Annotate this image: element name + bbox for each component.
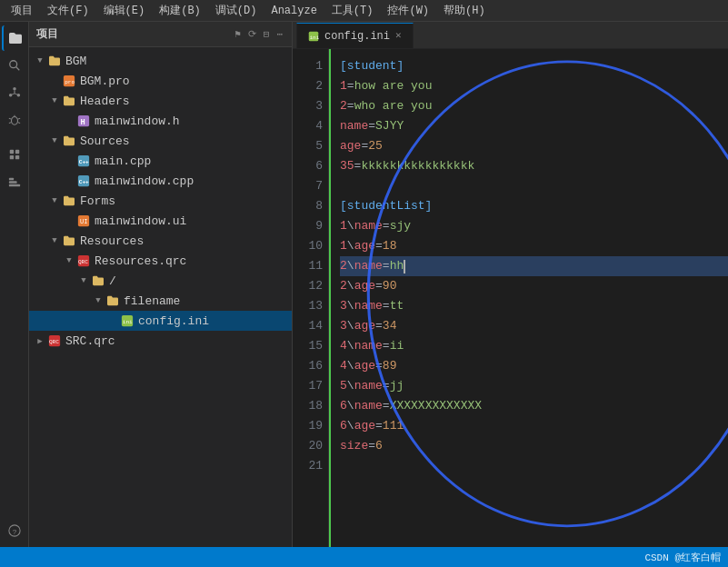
sync-icon[interactable]: ⟳ (246, 27, 258, 41)
sidebar-icon-git[interactable] (2, 80, 27, 105)
code-line-18: 6\name=XXXXXXXXXXXXX (340, 396, 728, 416)
svg-line-12 (17, 123, 20, 124)
line-number-8: 8 (293, 196, 323, 216)
svg-text:ini: ini (310, 35, 320, 41)
token-19-1: \ (347, 416, 354, 436)
menu-item-help[interactable]: 帮助(H) (436, 1, 493, 20)
more-icon[interactable]: ⋯ (274, 27, 284, 41)
svg-line-10 (17, 118, 20, 119)
token-12-1: \ (347, 276, 354, 296)
token-10-4: 18 (383, 236, 397, 256)
tree-icon-folder (62, 234, 76, 248)
main-area: ? 项目 ⚑ ⟳ ⊟ ⋯ ▼BGM proBGM.pro▼Headers Hma… (0, 22, 728, 547)
menubar: 项目 文件(F) 编辑(E) 构建(B) 调试(D) Analyze 工具(T)… (0, 0, 728, 22)
sidebar-icon-project[interactable] (2, 169, 27, 194)
menu-item-project[interactable]: 项目 (4, 1, 40, 20)
code-line-20: size=6 (340, 436, 728, 456)
menu-item-file[interactable]: 文件(F) (40, 1, 96, 20)
tree-icon-ini: ini (120, 313, 135, 328)
tree-icon-pro: pro (62, 74, 76, 88)
token-13-1: \ (347, 296, 354, 316)
tree-item-SRC-qrc[interactable]: ▶QRCSRC.qrc (29, 331, 292, 351)
code-line-19: 6\age=111 (340, 416, 728, 436)
text-cursor (404, 260, 405, 274)
sidebar-icon-bug[interactable] (2, 107, 27, 133)
tree-item-BGM[interactable]: ▼BGM (29, 51, 292, 71)
tree-icon-folder (62, 94, 76, 108)
svg-rect-19 (8, 181, 16, 184)
code-line-11: 2\name=hh (340, 256, 728, 276)
tree-item-Forms[interactable]: ▼Forms (29, 191, 292, 211)
tree-arrow: ▼ (33, 56, 47, 65)
token-12-4: 90 (383, 276, 397, 296)
token-12-0: 2 (340, 276, 347, 296)
tree-item-label: filename (124, 294, 284, 308)
tree-item-Resources[interactable]: ▼Resources (29, 231, 292, 251)
menu-item-edit[interactable]: 编辑(E) (96, 1, 153, 20)
editor-wrapper: 123456789101112131415161718192021 [stude… (293, 49, 728, 547)
project-toolbar: ⚑ ⟳ ⊟ ⋯ (233, 27, 284, 41)
svg-text:QRC: QRC (78, 259, 88, 265)
token-9-2: name (354, 216, 383, 236)
token-18-0: 6 (340, 396, 347, 416)
svg-point-2 (13, 87, 16, 91)
token-17-3: = (383, 376, 390, 396)
tree-item-label: mainwindow.h (95, 114, 284, 128)
collapse-icon[interactable]: ⊟ (262, 27, 272, 41)
token-11-3: = (383, 256, 390, 276)
token-18-1: \ (347, 396, 354, 416)
token-18-4: XXXXXXXXXXXXX (390, 396, 482, 416)
menu-item-debug[interactable]: 调试(D) (208, 1, 264, 20)
tree-arrow: ▼ (76, 276, 91, 285)
line-number-3: 3 (293, 96, 323, 116)
svg-rect-16 (9, 155, 13, 159)
line-number-12: 12 (293, 276, 323, 296)
tree-item-main-cpp[interactable]: C++main.cpp (29, 151, 292, 171)
tree-item-config-ini[interactable]: iniconfig.ini (29, 311, 292, 331)
token-10-3: = (375, 236, 383, 256)
token-20-0: size (340, 436, 368, 456)
tree-icon-ui: UI (76, 214, 91, 228)
svg-text:C++: C++ (79, 159, 89, 165)
token-19-3: = (375, 416, 383, 436)
code-area[interactable]: [student]1=how are you2=who are youname=… (329, 49, 728, 547)
svg-text:C++: C++ (79, 179, 89, 185)
sidebar-icon-plugin[interactable] (2, 142, 27, 167)
tree-item-Headers[interactable]: ▼Headers (29, 91, 292, 111)
line-number-1: 1 (293, 56, 323, 76)
tree-icon-cpp: C++ (76, 174, 91, 188)
menu-item-build[interactable]: 构建(B) (152, 1, 208, 20)
line-number-6: 6 (293, 156, 323, 176)
tree-item-Resources-qrc[interactable]: ▼QRCResources.qrc (29, 251, 292, 271)
menu-item-tools[interactable]: 工具(T) (324, 1, 381, 20)
menu-item-analyze[interactable]: Analyze (264, 3, 324, 19)
token-12-2: age (354, 276, 375, 296)
tree-item-mainwindow-cpp[interactable]: C++mainwindow.cpp (29, 171, 292, 191)
project-header: 项目 ⚑ ⟳ ⊟ ⋯ (29, 22, 292, 47)
sidebar-icon-help[interactable]: ? (2, 518, 27, 543)
tree-arrow: ▼ (62, 256, 76, 265)
svg-text:pro: pro (65, 79, 75, 85)
tree-item-mainwindow-h[interactable]: Hmainwindow.h (29, 111, 292, 131)
tree-arrow: ▼ (91, 296, 105, 305)
token-19-4: 111 (383, 416, 404, 436)
tree-item-Sources[interactable]: ▼Sources (29, 131, 292, 151)
tree-item-mainwindow-ui[interactable]: UImainwindow.ui (29, 211, 292, 231)
line-number-13: 13 (293, 296, 323, 316)
svg-rect-15 (15, 150, 18, 154)
token-11-2: name (354, 256, 383, 276)
tab-close-icon[interactable]: ✕ (395, 31, 402, 41)
filter-icon[interactable]: ⚑ (233, 27, 243, 41)
token-8-0: [studentList] (340, 196, 432, 216)
sidebar-icon-search[interactable] (2, 53, 27, 78)
tab-config-ini[interactable]: ini config.ini ✕ (296, 23, 414, 48)
tree-item-BGM-pro[interactable]: proBGM.pro (29, 71, 292, 91)
sidebar-icon-folder[interactable] (2, 25, 27, 51)
token-10-2: age (354, 236, 375, 256)
tree-item--[interactable]: ▼/ (29, 271, 292, 291)
menu-item-controls[interactable]: 控件(W) (380, 1, 436, 20)
token-14-2: age (354, 316, 375, 336)
tree-arrow: ▼ (47, 96, 62, 105)
tree-item-filename[interactable]: ▼filename (29, 291, 292, 311)
svg-text:?: ? (12, 528, 16, 536)
